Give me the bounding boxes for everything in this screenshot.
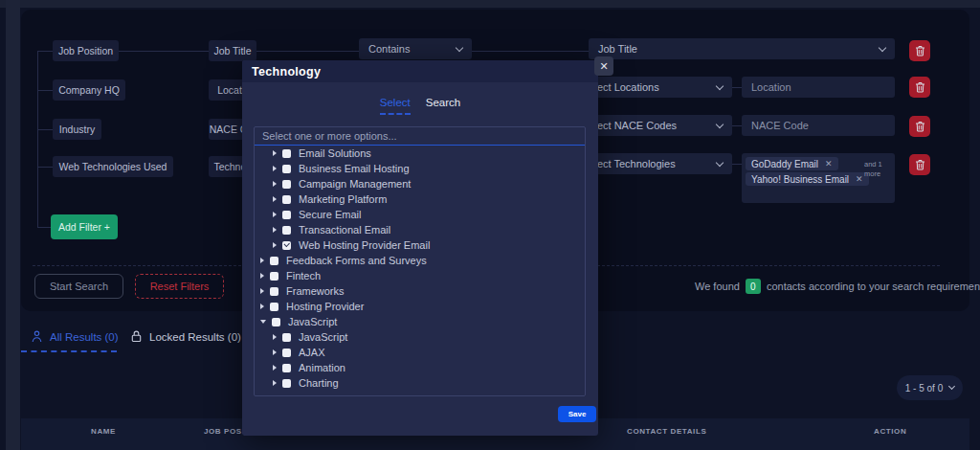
checkbox[interactable] xyxy=(270,257,278,265)
checkbox[interactable] xyxy=(282,211,291,219)
filter-subnode-job-title: Job Title xyxy=(209,40,256,61)
checkbox[interactable] xyxy=(272,318,280,326)
tab-locked-results[interactable]: Locked Results (0) xyxy=(131,330,241,343)
connector-line xyxy=(472,51,589,52)
caret-right-icon[interactable] xyxy=(273,380,277,386)
table-header-action: ACTION xyxy=(874,427,906,436)
caret-right-icon[interactable] xyxy=(273,196,277,202)
delete-filter-button[interactable] xyxy=(909,154,930,175)
left-edge-band xyxy=(6,0,20,450)
chevron-down-icon xyxy=(716,120,724,127)
caret-right-icon[interactable] xyxy=(273,334,277,340)
caret-right-icon[interactable] xyxy=(273,166,277,171)
checkbox[interactable] xyxy=(282,349,291,357)
operator-select[interactable]: Contains xyxy=(359,38,472,59)
options-search-input[interactable]: Select one or more options... xyxy=(255,127,585,146)
tab-search[interactable]: Search xyxy=(426,97,460,115)
chevron-down-icon xyxy=(716,158,724,166)
caret-right-icon[interactable] xyxy=(273,242,277,248)
tag-label: GoDaddy Email xyxy=(751,159,818,169)
technology-modal: Technology Select Search Select one or m… xyxy=(242,60,598,436)
tab-locked-results-label: Locked Results (0) xyxy=(149,331,241,343)
caret-right-icon[interactable] xyxy=(273,365,277,371)
options-list-box: Select one or more options... Email Solu… xyxy=(254,126,586,396)
checkbox[interactable] xyxy=(282,226,291,235)
checkbox[interactable] xyxy=(282,195,291,204)
caret-right-icon[interactable] xyxy=(260,288,264,294)
tree-row[interactable]: Campaign Management xyxy=(255,176,585,191)
tag-chip: Yahoo! Business Email ✕ xyxy=(746,172,869,186)
connector-line xyxy=(732,125,742,126)
tree-item-label: Fintech xyxy=(286,270,321,281)
modal-header: Technology xyxy=(242,60,598,82)
tree-row[interactable]: Marketing Platform xyxy=(255,191,585,207)
add-filter-button[interactable]: Add Filter + xyxy=(51,214,118,239)
caret-right-icon[interactable] xyxy=(260,258,264,263)
delete-filter-button[interactable] xyxy=(909,116,930,137)
selected-technologies-box[interactable]: GoDaddy Email ✕ Yahoo! Business Email ✕ … xyxy=(742,153,895,203)
tree-row[interactable]: JavaScript xyxy=(255,329,585,345)
modal-close-button[interactable]: ✕ xyxy=(594,56,613,76)
delete-filter-button[interactable] xyxy=(909,77,930,98)
checkbox[interactable] xyxy=(270,303,278,311)
nace-code-input[interactable] xyxy=(742,115,895,136)
checkbox[interactable] xyxy=(282,180,291,189)
tree-row[interactable]: Feedback Forms and Surveys xyxy=(255,253,585,268)
tree-row[interactable]: Business Email Hosting xyxy=(255,161,585,176)
close-icon: ✕ xyxy=(599,60,608,73)
reset-filters-button[interactable]: Reset Filters xyxy=(135,274,224,299)
checkbox[interactable] xyxy=(282,149,291,158)
checkbox[interactable] xyxy=(282,379,291,388)
caret-right-icon[interactable] xyxy=(260,273,264,279)
job-title-select-value: Job Title xyxy=(598,43,880,55)
connector-line xyxy=(37,227,51,228)
pagination-pill[interactable]: 1 - 5 of 0 xyxy=(897,375,963,400)
tree-row[interactable]: Charting xyxy=(255,375,585,391)
tab-all-results-label: All Results (0) xyxy=(50,331,119,343)
caret-right-icon[interactable] xyxy=(273,212,277,217)
connector-line xyxy=(37,129,53,130)
chevron-down-icon xyxy=(948,383,955,390)
tree-item-label: Email Solutions xyxy=(299,147,371,159)
caret-right-icon[interactable] xyxy=(273,227,277,233)
checkbox[interactable] xyxy=(282,364,291,372)
trash-icon xyxy=(915,45,925,56)
remove-tag-icon[interactable]: ✕ xyxy=(825,159,833,169)
technologies-select-value: Select Technologies xyxy=(582,158,717,169)
tree-row[interactable]: Email Solutions xyxy=(255,146,585,161)
connector-line xyxy=(37,167,53,168)
job-title-select[interactable]: Job Title xyxy=(589,38,895,59)
tree-row[interactable]: AJAX xyxy=(255,345,585,360)
connector-line xyxy=(732,164,742,165)
tree-row[interactable]: Web Hosting Provider Email xyxy=(255,237,585,253)
save-button[interactable]: Save xyxy=(558,406,596,422)
start-search-button[interactable]: Start Search xyxy=(34,274,123,299)
checkbox-checked[interactable] xyxy=(282,241,291,250)
connector-line xyxy=(119,51,209,52)
tree-row[interactable]: Hosting Provider xyxy=(255,299,585,314)
delete-filter-button[interactable] xyxy=(909,40,930,61)
tree-row[interactable]: Fintech xyxy=(255,268,585,283)
chevron-down-icon xyxy=(716,81,724,89)
tree-row[interactable]: Transactional Email xyxy=(255,222,585,237)
tab-all-results[interactable]: All Results (0) xyxy=(32,330,119,343)
caret-down-icon[interactable] xyxy=(260,320,266,324)
tree-row[interactable]: Frameworks xyxy=(255,283,585,299)
caret-right-icon[interactable] xyxy=(273,181,277,187)
caret-right-icon[interactable] xyxy=(273,150,277,156)
checkbox[interactable] xyxy=(282,165,291,173)
remove-tag-icon[interactable]: ✕ xyxy=(856,174,863,184)
checkbox[interactable] xyxy=(270,287,278,296)
tree-item-label: Transactional Email xyxy=(299,224,390,236)
table-header-name: NAME xyxy=(91,427,116,436)
tree-row[interactable]: Animation xyxy=(255,360,585,375)
tree-row[interactable]: JavaScript xyxy=(255,314,585,329)
location-input[interactable] xyxy=(742,77,895,98)
tab-select[interactable]: Select xyxy=(380,97,411,115)
tree-row[interactable]: Secure Email xyxy=(255,207,585,222)
checkbox[interactable] xyxy=(270,272,278,281)
caret-right-icon[interactable] xyxy=(260,304,264,309)
checkbox[interactable] xyxy=(282,333,291,342)
caret-right-icon[interactable] xyxy=(273,349,277,355)
pagination-label: 1 - 5 of 0 xyxy=(905,383,943,394)
